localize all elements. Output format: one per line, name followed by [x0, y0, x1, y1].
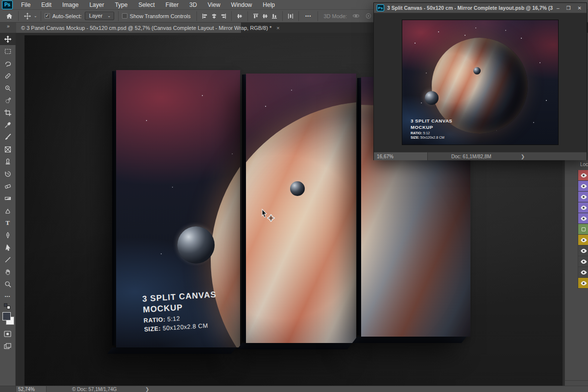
layer-visibility-eye-icon[interactable]	[578, 256, 588, 267]
floating-zoom-level[interactable]: 16,67%	[374, 152, 428, 160]
document-tab[interactable]: © 3 Panel Canvas Mockup - 50x120 cm.psd …	[16, 23, 242, 33]
menu-edit[interactable]: Edit	[36, 0, 57, 10]
tool-lasso[interactable]	[0, 57, 16, 70]
zoom-level-field[interactable]: 52,74%	[16, 386, 47, 392]
color-swatches[interactable]	[0, 311, 16, 328]
menu-view[interactable]: View	[202, 0, 226, 10]
app-logo: Ps	[2, 0, 13, 9]
tool-path-selection[interactable]	[0, 241, 16, 253]
panel-bottom-face	[237, 343, 352, 349]
tool-smudge[interactable]	[0, 204, 16, 217]
tool-move[interactable]	[0, 33, 16, 45]
layer-visibility-eye-icon[interactable]	[578, 245, 588, 256]
tool-frame[interactable]	[0, 143, 16, 155]
menu-filter[interactable]: Filter	[160, 0, 184, 10]
tool-eraser[interactable]	[0, 180, 16, 192]
tool-quick-selection[interactable]	[0, 94, 16, 106]
moon-large	[177, 226, 215, 264]
distribute-horizontal-icon[interactable]	[288, 13, 294, 19]
tool-preset-caret-icon[interactable]: ⌄	[34, 14, 37, 18]
minimize-icon[interactable]: –	[557, 5, 560, 11]
show-transform-label: Show Transform Controls	[130, 13, 191, 19]
panel-bottom-face	[352, 337, 466, 343]
menu-window[interactable]: Window	[226, 0, 258, 10]
menu-help[interactable]: Help	[257, 0, 280, 10]
ratio-value: 5:12	[167, 315, 180, 323]
menu-select[interactable]: Select	[133, 0, 160, 10]
panel-artwork	[246, 74, 356, 343]
floating-window-title: 3 Split Canvas - 50x120 cm - Mirror Comp…	[387, 5, 554, 11]
align-left-icon[interactable]	[202, 13, 208, 19]
tool-hand[interactable]	[0, 266, 16, 278]
tool-gradient[interactable]	[0, 192, 16, 204]
document-tab-title: © 3 Panel Canvas Mockup - 50x120 cm.psd …	[21, 25, 271, 31]
tool-eyedropper[interactable]	[0, 119, 16, 131]
status-chevron-icon[interactable]: ❯	[521, 154, 525, 159]
layer-visibility-eye-icon[interactable]	[578, 170, 588, 181]
auto-select-dropdown[interactable]: Layer ⌄	[85, 12, 114, 20]
menu-layer[interactable]: Layer	[84, 0, 109, 10]
more-options-button[interactable]: •••	[302, 14, 314, 19]
orbit-3d-icon	[352, 13, 360, 19]
layer-visibility-eye-icon[interactable]	[578, 181, 588, 192]
move-tool-preset-icon[interactable]	[22, 13, 33, 20]
caption-title-line2: MOCKUP	[411, 124, 452, 131]
align-right-icon[interactable]	[220, 13, 226, 19]
layer-visibility-eye-icon[interactable]	[578, 278, 588, 289]
mode-label: 3D Mode:	[323, 13, 347, 19]
layer-visibility-eye-icon[interactable]	[578, 202, 588, 213]
align-top-icon[interactable]	[253, 13, 259, 19]
show-transform-checkbox[interactable]: ✓	[122, 13, 127, 19]
menu-type[interactable]: Type	[109, 0, 133, 10]
menu-image[interactable]: Image	[57, 0, 84, 10]
align-middle-icon[interactable]	[262, 13, 268, 19]
tool-magic-wand[interactable]	[0, 82, 16, 94]
layer-visibility-off[interactable]	[578, 224, 588, 235]
layer-visibility-eye-icon[interactable]	[578, 267, 588, 278]
panel-collapse-chevrons[interactable]: »	[0, 23, 16, 33]
floating-window-canvas[interactable]: 3 SPLIT CANVAS MOCKUP RATIO: 5:12 SIZE: …	[374, 13, 587, 152]
floating-window-titlebar[interactable]: Ps 3 Split Canvas - 50x120 cm - Mirror C…	[374, 3, 587, 13]
tool-pen[interactable]	[0, 229, 16, 241]
swap-colors-icon[interactable]	[0, 302, 16, 310]
menu-file[interactable]: File	[16, 0, 36, 10]
auto-select-checkbox[interactable]: ✓	[45, 13, 50, 19]
tab-close-icon[interactable]: ×	[276, 25, 279, 31]
tool-rectangular-marquee[interactable]	[0, 45, 16, 57]
align-bottom-icon[interactable]	[271, 13, 277, 19]
home-icon[interactable]	[4, 13, 15, 20]
tool-healing-brush[interactable]	[0, 70, 16, 82]
toolbar-more-button[interactable]: •••	[0, 290, 16, 302]
photoshop-window: Ps File Edit Image Layer Type Select Fil…	[0, 0, 588, 392]
layer-visibility-eye-icon[interactable]	[578, 213, 588, 224]
canvas-panel-1[interactable]: 3 SPLIT CANVAS MOCKUP RATIO: 5:12 SIZE: …	[116, 70, 240, 347]
layer-visibility-eye-icon[interactable]	[578, 235, 588, 245]
tools-panel: T •••	[0, 33, 16, 387]
artwork-caption: 3 SPLIT CANVAS MOCKUP RATIO: 5:12 SIZE: …	[411, 118, 452, 139]
quick-mask-button[interactable]	[0, 328, 16, 340]
tool-line[interactable]	[0, 253, 16, 266]
close-icon[interactable]: ✕	[578, 5, 582, 11]
tool-type[interactable]: T	[0, 217, 16, 229]
floating-document-window[interactable]: Ps 3 Split Canvas - 50x120 cm - Mirror C…	[373, 2, 587, 160]
align-center-horizontal-icon[interactable]	[211, 13, 217, 19]
tool-crop[interactable]	[0, 106, 16, 119]
floating-window-statusbar: 16,67% Doc: 61,1M/82,8M ❯	[374, 152, 587, 160]
status-chevron-icon[interactable]: ❯	[145, 387, 149, 392]
menu-3d[interactable]: 3D	[184, 0, 202, 10]
tool-history-brush[interactable]	[0, 168, 16, 180]
layer-visibility-eye-icon[interactable]	[578, 192, 588, 202]
screen-mode-button[interactable]	[0, 340, 16, 352]
tool-clone-stamp[interactable]	[0, 155, 16, 168]
dropdown-caret-icon: ⌄	[107, 14, 111, 18]
canvas-panel-2[interactable]	[246, 74, 356, 343]
tool-zoom[interactable]	[0, 278, 16, 290]
foreground-color-swatch[interactable]	[2, 312, 11, 320]
panel-artwork: 3 SPLIT CANVAS MOCKUP RATIO: 5:12 SIZE: …	[116, 70, 240, 347]
maximize-icon[interactable]: ❒	[566, 5, 571, 11]
lock-label: Lock	[580, 162, 588, 167]
floating-doc-size: Doc: 61,1M/82,8M	[428, 154, 491, 159]
size-label: SIZE:	[411, 136, 419, 139]
tool-brush[interactable]	[0, 131, 16, 143]
align-center-vertical-icon[interactable]	[237, 13, 243, 19]
